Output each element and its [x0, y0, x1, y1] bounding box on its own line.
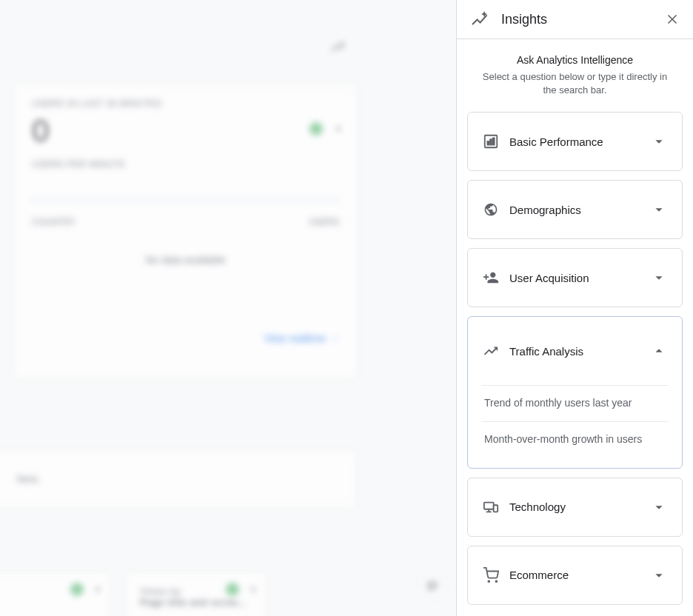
category-label: Ecommerce	[509, 569, 651, 581]
status-badge	[226, 583, 239, 596]
category-label: Demographics	[509, 204, 651, 216]
insight-item-trend-monthly-users[interactable]: Trend of monthly users last year	[481, 385, 669, 421]
caret-icon: ▾	[96, 584, 100, 595]
panel-title: Insights	[501, 12, 663, 27]
dashboard-icon	[483, 133, 499, 150]
category-label: Technology	[509, 500, 651, 513]
intro-subtitle: Select a question below or type it direc…	[467, 70, 683, 97]
users-header: USERS	[309, 217, 339, 227]
category-technology: Technology	[467, 478, 683, 537]
close-button[interactable]	[663, 10, 681, 28]
svg-rect-1	[487, 141, 489, 145]
no-data-text: No data available	[32, 254, 339, 266]
caret-icon: ▾	[251, 584, 255, 595]
category-basic-performance: Basic Performance	[467, 112, 683, 171]
chart-placeholder	[32, 199, 339, 201]
category-items: Trend of monthly users last year Month-o…	[468, 385, 682, 467]
svg-rect-4	[484, 502, 494, 509]
person-add-icon	[483, 270, 499, 286]
bottom-card-1: ▾	[0, 572, 111, 616]
chevron-up-icon	[651, 343, 667, 359]
devices-icon	[483, 499, 499, 515]
category-header-ecommerce[interactable]: Ecommerce	[468, 546, 682, 604]
panel-header: Insights	[457, 0, 693, 39]
svg-point-6	[488, 580, 489, 582]
chevron-down-icon	[651, 499, 667, 515]
users-30min-label: USERS IN LAST 30 MINUTES	[32, 98, 339, 109]
svg-rect-5	[494, 505, 498, 512]
caret-icon: ▾	[336, 124, 341, 134]
category-label: Basic Performance	[509, 135, 651, 148]
status-badge	[70, 583, 84, 596]
dashboard-background: USERS IN LAST 30 MINUTES 0 ▾ USERS PER M…	[0, 0, 455, 616]
chevron-down-icon	[651, 201, 667, 218]
category-header-basic-performance[interactable]: Basic Performance	[468, 113, 682, 170]
category-header-user-acquisition[interactable]: User Acquisition	[468, 249, 682, 307]
svg-rect-3	[493, 138, 495, 145]
insight-item-mom-growth[interactable]: Month-over-month growth in users	[481, 421, 669, 458]
insights-panel: Insights Ask Analytics Intelligence Sele…	[456, 0, 693, 616]
svg-rect-2	[490, 140, 492, 145]
svg-point-7	[495, 580, 497, 582]
status-badge	[309, 122, 323, 135]
bottom-card-2: Views by Page title and scree... ▾	[126, 572, 267, 616]
category-label: User Acquisition	[509, 272, 651, 284]
chat-bubble-icon	[419, 573, 446, 600]
category-ecommerce: Ecommerce	[467, 546, 683, 605]
info-card: here.	[0, 449, 357, 509]
users-30min-value: 0	[32, 113, 339, 149]
globe-icon	[483, 201, 499, 218]
category-user-acquisition: User Acquisition	[467, 248, 683, 307]
chevron-down-icon	[651, 567, 667, 583]
panel-body: Ask Analytics Intelligence Select a ques…	[457, 39, 693, 616]
category-header-technology[interactable]: Technology	[468, 478, 682, 536]
category-traffic-analysis: Traffic Analysis Trend of monthly users …	[467, 316, 683, 468]
category-label: Traffic Analysis	[509, 345, 651, 358]
cart-icon	[483, 567, 499, 583]
category-header-traffic-analysis[interactable]: Traffic Analysis	[468, 317, 682, 385]
category-demographics: Demographics	[467, 180, 683, 239]
country-header: COUNTRY	[32, 217, 76, 227]
share-icon	[329, 38, 344, 57]
chevron-down-icon	[651, 133, 667, 150]
insights-icon	[470, 10, 488, 28]
intro-title: Ask Analytics Intelligence	[467, 54, 683, 66]
view-realtime-link: View realtime →	[32, 332, 339, 344]
users-per-minute-label: USERS PER MINUTE	[32, 159, 339, 170]
category-header-demographics[interactable]: Demographics	[468, 181, 682, 238]
chevron-down-icon	[651, 270, 667, 286]
trending-icon	[483, 343, 499, 359]
realtime-users-card: USERS IN LAST 30 MINUTES 0 ▾ USERS PER M…	[13, 83, 358, 379]
